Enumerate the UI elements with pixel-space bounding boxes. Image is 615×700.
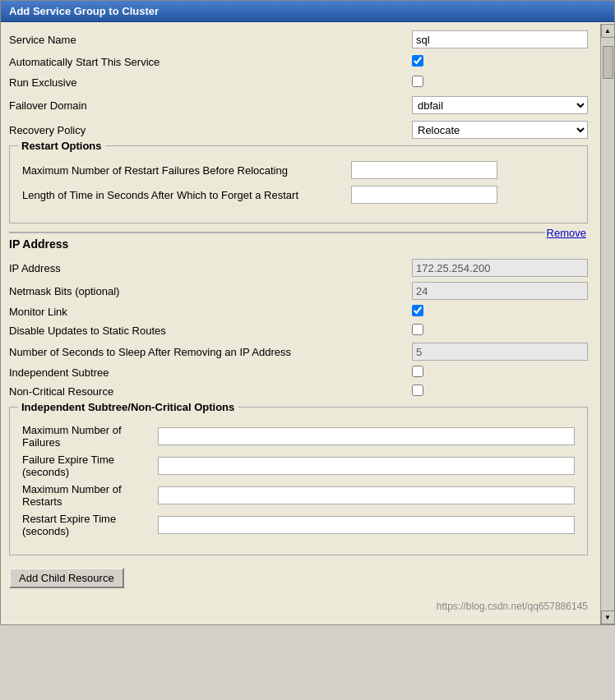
run-exclusive-row: Run Exclusive xyxy=(9,76,588,90)
failover-domain-row: Failover Domain dbfail none xyxy=(9,96,588,114)
sleep-seconds-input[interactable] xyxy=(412,343,588,361)
title-bar: Add Service Group to Cluster xyxy=(1,1,614,22)
disable-updates-checkbox-area xyxy=(412,324,588,338)
add-child-button[interactable]: Add Child Resource xyxy=(9,568,124,588)
sleep-seconds-input-area xyxy=(412,343,588,361)
ip-section-title: IP Address xyxy=(9,237,588,251)
max-restarts-label: Maximum Number of Restarts xyxy=(22,483,158,508)
failover-domain-select[interactable]: dbfail none xyxy=(412,96,588,114)
ip-address-input-area xyxy=(412,259,588,277)
sleep-seconds-label: Number of Seconds to Sleep After Removin… xyxy=(9,346,412,358)
failure-expire-row: Failure Expire Time (seconds) xyxy=(22,454,575,478)
ip-address-input[interactable] xyxy=(412,259,588,277)
max-restart-failures-input[interactable] xyxy=(351,161,497,179)
auto-start-label: Automatically Start This Service xyxy=(9,56,412,68)
failover-domain-select-area: dbfail none xyxy=(412,96,588,114)
add-child-button-area: Add Child Resource xyxy=(9,555,588,596)
scrollbar-thumb[interactable] xyxy=(603,46,613,79)
max-restarts-row: Maximum Number of Restarts xyxy=(22,483,575,508)
watermark-text: https://blog.csdn.net/qq657886145 xyxy=(437,601,588,612)
auto-start-checkbox[interactable] xyxy=(412,55,423,67)
max-failures-row: Maximum Number of Failures xyxy=(22,424,575,449)
restart-options-box: Restart Options Maximum Number of Restar… xyxy=(9,145,588,223)
max-failures-label: Maximum Number of Failures xyxy=(22,424,158,449)
disable-updates-checkbox[interactable] xyxy=(412,324,423,335)
max-restart-failures-input-area xyxy=(351,161,497,179)
disable-updates-label: Disable Updates to Static Routes xyxy=(9,325,412,337)
netmask-input[interactable] xyxy=(412,282,588,300)
scrollbar-track[interactable] xyxy=(602,38,614,610)
run-exclusive-label: Run Exclusive xyxy=(9,76,412,89)
sleep-seconds-row: Number of Seconds to Sleep After Removin… xyxy=(9,343,588,361)
netmask-label: Netmask Bits (optional) xyxy=(9,285,412,297)
auto-start-checkbox-area xyxy=(412,55,588,69)
failover-domain-label: Failover Domain xyxy=(9,99,412,112)
independent-subtree-checkbox[interactable] xyxy=(412,366,423,377)
monitor-link-label: Monitor Link xyxy=(9,306,412,318)
restart-options-legend: Restart Options xyxy=(18,140,105,152)
remove-link[interactable]: Remove xyxy=(545,227,588,239)
restart-expire-input[interactable] xyxy=(158,516,575,534)
run-exclusive-checkbox-area xyxy=(412,76,588,90)
main-window: Add Service Group to Cluster Service Nam… xyxy=(0,0,615,625)
max-failures-input[interactable] xyxy=(158,427,575,445)
disable-updates-row: Disable Updates to Static Routes xyxy=(9,324,588,338)
auto-start-row: Automatically Start This Service xyxy=(9,55,588,69)
max-restart-failures-label: Maximum Number of Restart Failures Befor… xyxy=(22,164,351,177)
service-name-label: Service Name xyxy=(9,34,412,46)
independent-subtree-checkbox-area xyxy=(412,366,588,380)
non-critical-checkbox-area xyxy=(412,385,588,398)
window-title: Add Service Group to Cluster xyxy=(9,5,159,17)
non-critical-row: Non-Critical Resource xyxy=(9,385,588,398)
forget-restart-input[interactable] xyxy=(351,186,497,204)
service-name-input-area xyxy=(412,30,588,48)
recovery-policy-label: Recovery Policy xyxy=(9,124,412,136)
forget-restart-label: Length of Time in Seconds After Which to… xyxy=(22,189,351,201)
forget-restart-row: Length of Time in Seconds After Which to… xyxy=(22,186,575,204)
max-restarts-input[interactable] xyxy=(158,486,575,504)
scroll-up-button[interactable]: ▲ xyxy=(601,24,615,38)
monitor-link-checkbox-area xyxy=(412,305,588,319)
independent-subtree-row: Independent Subtree xyxy=(9,366,588,380)
run-exclusive-checkbox[interactable] xyxy=(412,76,423,87)
netmask-row: Netmask Bits (optional) xyxy=(9,282,588,300)
netmask-input-area xyxy=(412,282,588,300)
non-critical-label: Non-Critical Resource xyxy=(9,385,412,398)
monitor-link-row: Monitor Link xyxy=(9,305,588,319)
scrollbar[interactable]: ▲ ▼ xyxy=(600,24,614,624)
service-name-input[interactable] xyxy=(412,30,588,48)
restart-expire-row: Restart Expire Time (seconds) xyxy=(22,513,575,537)
ip-address-label: IP Address xyxy=(9,262,412,274)
subtree-options-box: Independent Subtree/Non-Critical Options… xyxy=(9,407,588,555)
recovery-policy-select-area: Relocate Restart Disable xyxy=(412,121,588,139)
scroll-down-button[interactable]: ▼ xyxy=(601,610,615,624)
recovery-policy-select[interactable]: Relocate Restart Disable xyxy=(412,121,588,139)
section-divider: Remove xyxy=(9,232,588,233)
service-name-row: Service Name xyxy=(9,30,588,48)
subtree-legend: Independent Subtree/Non-Critical Options xyxy=(18,401,238,413)
independent-subtree-label: Independent Subtree xyxy=(9,366,412,379)
monitor-link-checkbox[interactable] xyxy=(412,305,423,316)
ip-address-row: IP Address xyxy=(9,259,588,277)
recovery-policy-row: Recovery Policy Relocate Restart Disable xyxy=(9,121,588,139)
non-critical-checkbox[interactable] xyxy=(412,385,423,396)
failure-expire-label: Failure Expire Time (seconds) xyxy=(22,454,158,478)
watermark: https://blog.csdn.net/qq657886145 xyxy=(9,596,588,616)
restart-expire-label: Restart Expire Time (seconds) xyxy=(22,513,158,537)
failure-expire-input[interactable] xyxy=(158,457,575,475)
max-restart-failures-row: Maximum Number of Restart Failures Befor… xyxy=(22,161,575,179)
forget-restart-input-area xyxy=(351,186,497,204)
